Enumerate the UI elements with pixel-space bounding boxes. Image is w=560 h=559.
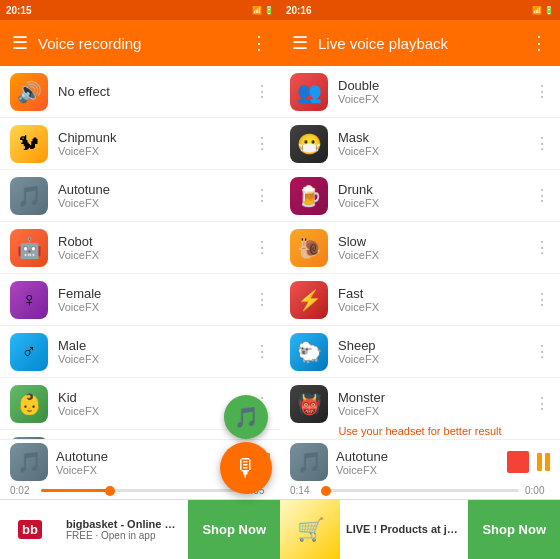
left-progress-thumb [105,486,115,496]
left-toolbar-title: Voice recording [38,35,240,52]
left-list-item[interactable]: 🔊 No effect ⋮ [0,66,280,118]
left-item-sub-3: VoiceFX [58,249,254,261]
left-item-sub-2: VoiceFX [58,197,254,209]
left-item-more-4[interactable]: ⋮ [254,290,270,309]
right-item-name-6: Monster [338,390,534,405]
left-item-name-3: Robot [58,234,254,249]
right-item-sub-3: VoiceFX [338,249,534,261]
left-list-item[interactable]: ♀ Female VoiceFX ⋮ [0,274,280,326]
left-item-more-1[interactable]: ⋮ [254,134,270,153]
left-item-text-2: Autotune VoiceFX [58,182,254,209]
right-ad-banner[interactable]: 🛒 LIVE ! Products at just ₹1. 20-22nd Ja… [280,499,560,559]
right-item-text-4: Fast VoiceFX [338,286,534,313]
right-item-more-0[interactable]: ⋮ [534,82,550,101]
right-playback-controls [507,451,550,473]
left-item-icon-4: ♀ [10,281,48,319]
right-list-item[interactable]: 👥 Double VoiceFX ⋮ [280,66,560,118]
right-menu-icon[interactable]: ☰ [292,32,308,54]
left-item-name-5: Male [58,338,254,353]
right-item-more-3[interactable]: ⋮ [534,238,550,257]
left-status-icons: 📶 🔋 [252,6,274,15]
right-item-sub-2: VoiceFX [338,197,534,209]
right-list-item[interactable]: 😷 Mask VoiceFX ⋮ [280,118,560,170]
left-progress-fill [41,489,110,492]
right-list-item[interactable]: ⚡ Fast VoiceFX ⋮ [280,274,560,326]
right-item-more-5[interactable]: ⋮ [534,342,550,361]
right-item-icon-6: 👹 [290,385,328,423]
right-item-sub-6: VoiceFX [338,405,534,417]
right-item-name-4: Fast [338,286,534,301]
right-list-item[interactable]: 🍺 Drunk VoiceFX ⋮ [280,170,560,222]
left-playback-sub: VoiceFX [56,464,219,476]
left-list-item[interactable]: ♂ Male VoiceFX ⋮ [0,326,280,378]
left-list-item[interactable]: 🎵 Autotune VoiceFX ⋮ [0,170,280,222]
right-item-icon-3: 🐌 [290,229,328,267]
right-item-more-1[interactable]: ⋮ [534,134,550,153]
left-playback-name: Autotune [56,449,219,464]
left-list: 🔊 No effect ⋮ 🐿 Chipmunk VoiceFX ⋮ 🎵 Aut… [0,66,280,439]
right-time: 20:16 [286,5,312,16]
left-item-name-4: Female [58,286,254,301]
right-shop-now-button[interactable]: Shop Now [468,500,560,560]
right-pause-bar-1 [537,453,542,471]
right-ad-logo: 🛒 [280,500,340,560]
left-more-icon[interactable]: ⋮ [250,32,268,54]
left-item-icon-5: ♂ [10,333,48,371]
right-playback-sub: VoiceFX [336,464,499,476]
right-list-item[interactable]: 👹 Monster VoiceFX ⋮ [280,378,560,423]
right-item-sub-5: VoiceFX [338,353,534,365]
right-toolbar-title: Live voice playback [318,35,520,52]
right-list: 👥 Double VoiceFX ⋮ 😷 Mask VoiceFX ⋮ 🍺 Dr… [280,66,560,423]
left-status-icon-set: 📶 🔋 [252,6,274,15]
left-item-sub-5: VoiceFX [58,353,254,365]
left-item-icon-3: 🤖 [10,229,48,267]
right-item-text-5: Sheep VoiceFX [338,338,534,365]
left-ad-text: bigbasket - Online Grocery... FREE · Ope… [60,514,188,545]
left-item-name-6: Kid [58,390,254,405]
left-item-more-3[interactable]: ⋮ [254,238,270,257]
right-list-item[interactable]: 🐑 Sheep VoiceFX ⋮ [280,326,560,378]
right-more-icon[interactable]: ⋮ [530,32,548,54]
left-menu-icon[interactable]: ☰ [12,32,28,54]
right-progress-row: 0:14 0:00 [290,485,550,496]
left-item-icon-6: 👶 [10,385,48,423]
right-list-item[interactable]: 🐌 Slow VoiceFX ⋮ [280,222,560,274]
right-item-icon-0: 👥 [290,73,328,111]
right-status-icon-set: 📶 🔋 [532,6,554,15]
right-stop-button[interactable] [507,451,529,473]
right-panel: 20:16 📶 🔋 ☰ Live voice playback ⋮ 👥 Doub… [280,0,560,559]
left-time: 20:15 [6,5,32,16]
right-playback-row: 🎵 Autotune VoiceFX [290,443,550,481]
right-item-name-2: Drunk [338,182,534,197]
left-list-item[interactable]: 🐿 Chipmunk VoiceFX ⋮ [0,118,280,170]
left-item-more-2[interactable]: ⋮ [254,186,270,205]
right-item-more-4[interactable]: ⋮ [534,290,550,309]
right-item-sub-1: VoiceFX [338,145,534,157]
right-item-more-2[interactable]: ⋮ [534,186,550,205]
left-status-bar: 20:15 📶 🔋 [0,0,280,20]
fab-music-button[interactable]: 🎵 [224,395,268,439]
left-item-icon-2: 🎵 [10,177,48,215]
left-ad-subtitle: FREE · Open in app [66,530,182,541]
right-item-name-0: Double [338,78,534,93]
left-item-name-0: No effect [58,84,254,99]
left-time-left: 0:02 [10,485,35,496]
left-item-name-2: Autotune [58,182,254,197]
left-ad-banner[interactable]: bb bigbasket - Online Grocery... FREE · … [0,499,280,559]
left-list-item[interactable]: 🤖 Robot VoiceFX ⋮ [0,222,280,274]
left-item-text-3: Robot VoiceFX [58,234,254,261]
left-item-more-0[interactable]: ⋮ [254,82,270,101]
fab-mic-button[interactable]: 🎙 [220,442,272,494]
right-status-bar: 20:16 📶 🔋 [280,0,560,20]
left-item-text-0: No effect [58,84,254,99]
right-item-more-6[interactable]: ⋮ [534,394,550,413]
right-item-sub-0: VoiceFX [338,93,534,105]
right-pause-button[interactable] [537,453,550,471]
right-progress-track[interactable] [321,489,519,492]
left-progress-track[interactable] [41,489,239,492]
right-item-icon-2: 🍺 [290,177,328,215]
left-shop-now-button[interactable]: Shop Now [188,500,280,560]
right-time-right: 0:00 [525,485,550,496]
left-item-more-5[interactable]: ⋮ [254,342,270,361]
left-item-text-4: Female VoiceFX [58,286,254,313]
